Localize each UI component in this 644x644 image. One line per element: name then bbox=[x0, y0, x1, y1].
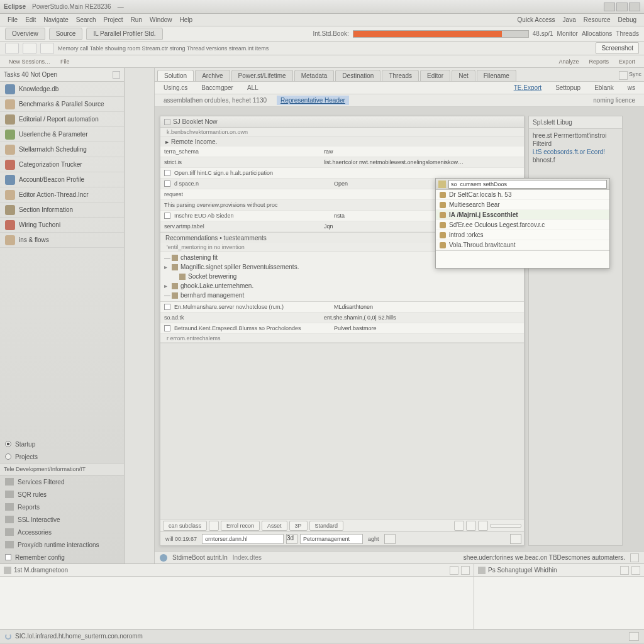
tool-icon[interactable] bbox=[454, 521, 464, 531]
command-input[interactable] bbox=[202, 534, 284, 544]
nav-item-section-info[interactable]: Section Information bbox=[0, 203, 124, 218]
sub-services[interactable]: Services Filtered bbox=[0, 475, 124, 488]
nav-item-account[interactable]: Account/Beacon Profile bbox=[0, 172, 124, 187]
menu-search[interactable]: Search bbox=[74, 15, 99, 25]
tab-solution[interactable]: Solution bbox=[157, 70, 194, 81]
popup-search-input[interactable] bbox=[448, 180, 607, 189]
persp-tab-profiler[interactable]: IL Parallel Profiler Std. bbox=[86, 28, 162, 40]
nav-item-wiring[interactable]: Wiring Tuchoni bbox=[0, 218, 124, 233]
statusbar-button[interactable] bbox=[629, 632, 639, 641]
link-highlight[interactable]: Representative Header bbox=[277, 96, 349, 105]
nav-item-userlenche[interactable]: Userlenche & Parameter bbox=[0, 127, 124, 142]
panel-close-icon[interactable] bbox=[631, 566, 640, 575]
subtab-settopup[interactable]: Settopup bbox=[552, 83, 584, 92]
subtab-using[interactable]: Using.cs bbox=[160, 83, 191, 92]
persp-extra-threads[interactable]: Threads bbox=[616, 30, 639, 37]
checkbox[interactable] bbox=[164, 170, 170, 176]
tool2-file[interactable]: File bbox=[57, 57, 74, 66]
popup-item-selected[interactable]: IA /Majrni.j Essconthlet bbox=[436, 210, 609, 220]
tool-print-icon[interactable] bbox=[40, 43, 54, 54]
checkbox[interactable] bbox=[164, 180, 170, 187]
nav-item-knowledge[interactable]: Knowledge.db bbox=[0, 82, 124, 97]
field-value[interactable]: list.haertcolor nwt.netmobilewest.onelin… bbox=[324, 159, 520, 165]
sub-proxy[interactable]: Proxy/db runtime interactions bbox=[0, 538, 124, 551]
input-btn2[interactable] bbox=[384, 534, 396, 544]
tool2-analyze[interactable]: Analyze bbox=[555, 57, 582, 66]
quick-access[interactable]: Quick Access bbox=[515, 15, 558, 25]
bottom-left-body[interactable] bbox=[0, 577, 474, 629]
minimize-icon[interactable] bbox=[604, 3, 615, 11]
persp-debug[interactable]: Debug bbox=[616, 15, 639, 25]
minimize-panel-icon[interactable] bbox=[450, 566, 458, 575]
collapse-icon[interactable] bbox=[164, 119, 170, 125]
tab-power[interactable]: Power.st/Lifetime bbox=[231, 70, 293, 81]
tool2-export[interactable]: Export bbox=[615, 57, 639, 66]
btn-standard[interactable]: Standard bbox=[309, 521, 344, 531]
popup-item[interactable]: Vola.Throud.bravitcaunt bbox=[436, 240, 609, 250]
popup-item[interactable]: introd :orkcs bbox=[436, 230, 609, 240]
subtab-baccmgper[interactable]: Baccmgper bbox=[197, 83, 237, 92]
btn-asset[interactable]: Asset bbox=[262, 521, 287, 531]
screenshot-button[interactable]: Screenshot bbox=[596, 42, 639, 54]
status-close-icon[interactable] bbox=[630, 553, 639, 562]
persp-java[interactable]: Java bbox=[560, 15, 579, 25]
field-value[interactable]: raw bbox=[324, 148, 520, 155]
secondary-input[interactable] bbox=[300, 534, 363, 544]
tool-icon[interactable] bbox=[466, 521, 476, 531]
nav-item-categorization[interactable]: Categorization Trucker bbox=[0, 157, 124, 172]
tab-destination[interactable]: Destination bbox=[335, 70, 380, 81]
bottom-right-body[interactable] bbox=[474, 577, 644, 629]
sub-reports[interactable]: Reports bbox=[0, 501, 124, 513]
checkbox[interactable] bbox=[164, 213, 170, 219]
nav-item-editorial[interactable]: Editorial / Report automation bbox=[0, 112, 124, 127]
subtab-ws[interactable]: ws bbox=[624, 83, 639, 92]
persp-resource[interactable]: Resource bbox=[581, 15, 613, 25]
btn-3p[interactable]: 3P bbox=[289, 521, 308, 531]
checkbox[interactable] bbox=[164, 325, 170, 331]
nav-radio-projects[interactable]: Projects bbox=[0, 450, 124, 463]
persp-tab-source[interactable]: Source bbox=[49, 28, 83, 40]
sub-accessories[interactable]: Accessories bbox=[0, 526, 124, 538]
sub-sqr[interactable]: SQR rules bbox=[0, 488, 124, 501]
field-value[interactable]: Pulverl.bastmore bbox=[334, 325, 520, 331]
link-more[interactable]: noming licence bbox=[589, 96, 639, 105]
nav-radio-startup[interactable]: Startup bbox=[0, 438, 124, 450]
tool2-reports[interactable]: Reports bbox=[585, 57, 613, 66]
menu-project[interactable]: Project bbox=[101, 15, 126, 25]
nav-menu-icon[interactable] bbox=[113, 71, 120, 79]
btn-icon[interactable] bbox=[209, 521, 219, 531]
btn-blank[interactable] bbox=[490, 524, 521, 528]
tool-new-icon[interactable] bbox=[5, 43, 19, 54]
close-icon[interactable] bbox=[629, 3, 640, 11]
maximize-panel-icon[interactable] bbox=[461, 566, 470, 575]
section-title-remote[interactable]: ▸ Remote Income. bbox=[160, 136, 524, 147]
subtab-export[interactable]: TE.Export bbox=[510, 83, 545, 92]
persp-extra-alloc[interactable]: Allocations bbox=[582, 30, 612, 37]
tool-save-icon[interactable] bbox=[23, 43, 36, 54]
field-value[interactable]: MLdisarthtonen bbox=[334, 304, 520, 310]
persp-extra-monitor[interactable]: Monitor bbox=[557, 30, 578, 37]
tool-icon[interactable] bbox=[478, 521, 488, 531]
subtab-all[interactable]: ALL bbox=[243, 83, 262, 92]
sub-remember[interactable]: Remember config bbox=[0, 551, 124, 564]
menu-navigate[interactable]: Navigate bbox=[41, 15, 70, 25]
nav-item-ins-flows[interactable]: ins & flows bbox=[0, 233, 124, 248]
go-button[interactable] bbox=[510, 534, 521, 544]
panel-menu-icon[interactable] bbox=[620, 566, 629, 575]
tab-metadata[interactable]: Metadata bbox=[294, 70, 335, 81]
menu-run[interactable]: Run bbox=[128, 15, 145, 25]
tree-node[interactable]: Socket brewering bbox=[160, 272, 524, 281]
popup-item[interactable]: Sd'Er.ee Oculous Legest.farcov.r.c bbox=[436, 220, 609, 230]
tree-node[interactable]: ▸ghook.Lake.unternehmen. bbox=[160, 281, 524, 291]
maximize-icon[interactable] bbox=[616, 3, 628, 11]
nav-item-benchmarks[interactable]: Benchmarks & Parallel Source bbox=[0, 97, 124, 112]
tab-editor[interactable]: Editor bbox=[420, 70, 450, 81]
menu-help[interactable]: Help bbox=[177, 15, 196, 25]
menu-edit[interactable]: Edit bbox=[23, 15, 38, 25]
tab-net[interactable]: Net bbox=[452, 70, 475, 81]
menu-window[interactable]: Window bbox=[147, 15, 175, 25]
right-link[interactable]: i.tS ecobsords.ft.or Ecord! bbox=[533, 148, 618, 156]
tool2-new-sessions[interactable]: New Sessions… bbox=[5, 57, 54, 66]
checkbox-icon[interactable] bbox=[5, 554, 11, 560]
subtab-eblank[interactable]: Eblank bbox=[591, 83, 618, 92]
